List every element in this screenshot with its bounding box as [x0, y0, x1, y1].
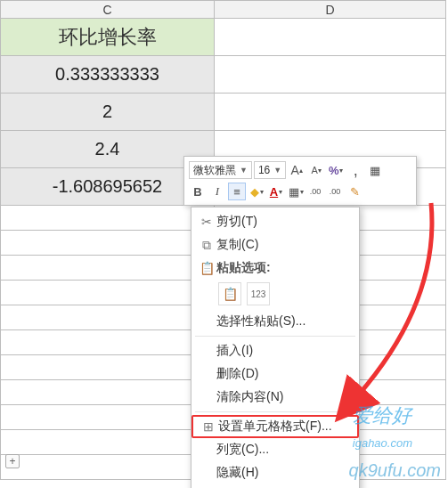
separator [195, 411, 355, 412]
cell-blank[interactable] [1, 206, 215, 231]
decimal-button-2[interactable]: .00 [326, 183, 344, 200]
format-painter-button[interactable]: ✎ [346, 183, 363, 200]
font-color-button[interactable]: A▾ [267, 183, 285, 200]
paste-option-default[interactable]: 📋 [218, 282, 241, 305]
font-size-value: 16 [258, 164, 270, 176]
cell-d-r1[interactable] [215, 56, 446, 94]
fill-color-button[interactable]: ◆▾ [248, 183, 265, 200]
paste-icon: 📋 [197, 260, 216, 276]
cut-icon: ✂ [197, 214, 216, 230]
align-button[interactable]: ≡ [228, 183, 246, 200]
borders-button-2[interactable]: ▦▾ [287, 183, 305, 200]
borders-button[interactable]: ▦ [366, 161, 384, 179]
menu-unhide[interactable]: 取消隐藏(U) [191, 484, 359, 488]
currency-button[interactable]: %▾ [327, 161, 345, 179]
decimal-button[interactable]: .00 [306, 183, 324, 200]
menu-format-cells[interactable]: ⊞ 设置单元格格式(F)... [191, 415, 359, 438]
format-cells-icon: ⊞ [199, 419, 218, 435]
font-name-value: 微软雅黑 [193, 163, 236, 178]
paste-option-values[interactable]: 123 [247, 282, 270, 305]
col-header-c[interactable]: C [1, 1, 215, 19]
menu-format-label: 设置单元格格式(F)... [218, 419, 350, 435]
font-size-select[interactable]: 16 ▼ [254, 161, 286, 179]
bold-button[interactable]: B [189, 183, 207, 200]
chevron-down-icon: ▼ [273, 166, 281, 175]
menu-colwidth-label: 列宽(C)... [216, 442, 352, 458]
copy-icon: ⧉ [197, 237, 216, 253]
shrink-font-button[interactable]: A▾ [307, 161, 325, 179]
menu-hide[interactable]: 隐藏(H) [191, 461, 359, 484]
comma-button[interactable]: , [346, 161, 364, 179]
cell-c-r4[interactable]: -1.608695652 [1, 168, 215, 206]
mini-toolbar: 微软雅黑 ▼ 16 ▼ A▴ A▾ %▾ , ▦ B I ≡ ◆▾ A▾ ▦▾ … [183, 156, 417, 206]
cell-c-r3[interactable]: 2.4 [1, 131, 215, 168]
cell-d-header[interactable] [215, 19, 446, 56]
cell-c-header[interactable]: 环比增长率 [1, 19, 215, 56]
menu-column-width[interactable]: 列宽(C)... [191, 438, 359, 461]
cell-c-r1[interactable]: 0.333333333 [1, 56, 215, 94]
col-header-d[interactable]: D [215, 1, 446, 19]
font-name-select[interactable]: 微软雅黑 ▼ [189, 161, 252, 179]
cell-c-r2[interactable]: 2 [1, 94, 215, 131]
menu-hide-label: 隐藏(H) [216, 465, 352, 481]
annotation-arrow [324, 203, 448, 411]
cell-d-r2[interactable] [215, 94, 446, 131]
grow-font-button[interactable]: A▴ [288, 161, 305, 179]
chevron-down-icon: ▼ [240, 166, 248, 175]
expand-outline-button[interactable]: + [5, 454, 20, 468]
italic-button[interactable]: I [208, 183, 226, 200]
